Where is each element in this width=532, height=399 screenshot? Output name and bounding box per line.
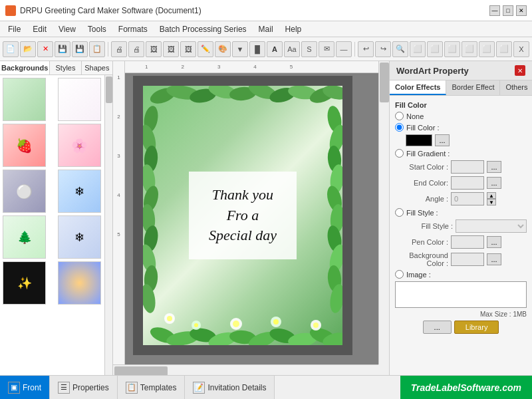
toolbar-img2[interactable]: 🖼 [163, 41, 179, 57]
toolbar-zoom[interactable]: 🔍 [392, 41, 408, 57]
status-properties-btn[interactable]: ☰ Properties [50, 376, 118, 399]
close-window-button[interactable]: ✕ [516, 5, 527, 16]
canvas-area[interactable]: 1 2 3 4 5 1 2 3 4 5 [113, 61, 389, 375]
toolbar-save2[interactable]: 💾 [72, 41, 88, 57]
background-thumb-2[interactable] [58, 78, 101, 121]
tab-styles[interactable]: Styles [50, 61, 81, 74]
toolbar-line[interactable]: — [336, 41, 352, 57]
left-scroll-thumb[interactable] [106, 76, 112, 103]
toolbar-r3[interactable]: ⬜ [444, 41, 460, 57]
toolbar-r5[interactable]: ⬜ [479, 41, 495, 57]
right-panel-title: WordArt Property [396, 66, 469, 76]
end-color-input[interactable] [451, 176, 484, 190]
toolbar-save3[interactable]: 📋 [89, 41, 105, 57]
canvas-scroll-corner [378, 364, 389, 375]
end-color-picker-btn[interactable]: ... [487, 177, 501, 189]
toolbar-print[interactable]: 🖨 [111, 41, 127, 57]
menu-edit[interactable]: Edit [27, 23, 52, 35]
background-thumb-4[interactable]: 🌸 [58, 124, 101, 167]
toolbar-new[interactable]: 📄 [3, 41, 19, 57]
fill-color-picker-btn[interactable]: ... [435, 134, 450, 146]
angle-input[interactable] [451, 192, 484, 205]
menu-view[interactable]: View [53, 23, 81, 35]
menu-mail[interactable]: Mail [253, 23, 279, 35]
library-btn[interactable]: Library [454, 321, 499, 334]
angle-down-btn[interactable]: ▼ [487, 199, 496, 205]
tab-border-effect[interactable]: Border Effect [446, 80, 500, 95]
pen-color-picker-btn[interactable]: ... [487, 236, 501, 248]
fill-color-box[interactable] [406, 134, 432, 146]
menu-file[interactable]: File [3, 23, 26, 35]
start-color-picker-btn[interactable]: ... [487, 161, 501, 173]
toolbar-text[interactable]: A [267, 41, 283, 57]
radio-fill-style[interactable] [395, 208, 404, 217]
toolbar-r7[interactable]: X [513, 41, 529, 57]
radio-none[interactable] [395, 112, 404, 120]
toolbar-img1[interactable]: 🖼 [146, 41, 162, 57]
canvas-scroll-thumb-v[interactable] [380, 63, 389, 102]
pen-color-input[interactable] [451, 235, 484, 249]
background-thumb-1[interactable] [3, 78, 46, 121]
menu-batch[interactable]: Batch Processing Series [154, 23, 252, 35]
canvas-scroll-vertical[interactable] [378, 61, 389, 364]
canvas-scroll-horizontal[interactable] [113, 364, 378, 375]
invitation-icon: 📝 [193, 382, 205, 394]
start-color-input[interactable] [451, 160, 484, 174]
toolbar-paint[interactable]: 🎨 [215, 41, 231, 57]
status-invitation-btn[interactable]: 📝 Invitation Details [185, 376, 275, 399]
menu-formats[interactable]: Formats [113, 23, 153, 35]
toolbar-barcode[interactable]: ▐▌ [249, 41, 265, 57]
background-thumb-3[interactable]: 🍓 [3, 124, 46, 167]
maximize-button[interactable]: □ [503, 5, 513, 16]
app-icon [5, 5, 16, 16]
background-thumb-6[interactable]: ❄ [58, 170, 101, 213]
angle-up-btn[interactable]: ▲ [487, 192, 496, 199]
toolbar-mail[interactable]: ✉ [319, 41, 334, 57]
toolbar-arrow[interactable]: ▼ [232, 41, 248, 57]
status-templates-btn[interactable]: 📋 Templates [118, 376, 186, 399]
menu-help[interactable]: Help [280, 23, 307, 35]
radio-fill-color[interactable] [395, 123, 404, 132]
bg-color-picker-btn[interactable]: ... [487, 253, 501, 265]
right-panel-header: WordArt Property ✕ [390, 61, 532, 80]
image-dots-btn[interactable]: ... [423, 321, 452, 334]
tab-backgrounds[interactable]: Backgrounds [0, 61, 50, 74]
toolbar-pen[interactable]: ✏️ [198, 41, 213, 57]
toolbar-r2[interactable]: ⬜ [427, 41, 443, 57]
radio-image-row: Image : [395, 270, 527, 279]
tab-shapes[interactable]: Shapes [82, 61, 112, 74]
fill-style-select[interactable] [456, 219, 527, 233]
bg-color-input[interactable] [451, 253, 484, 266]
radio-image[interactable] [395, 270, 404, 279]
image-preview-area [395, 281, 527, 308]
background-thumb-5[interactable]: ⚪ [3, 170, 46, 213]
radio-fill-style-label: Fill Style : [406, 209, 438, 217]
background-thumb-10[interactable] [58, 261, 101, 305]
bg-color-row: Background Color : ... [395, 251, 527, 267]
title-bar-controls[interactable]: — □ ✕ [489, 5, 527, 16]
status-front-btn[interactable]: ▣ Front [0, 376, 50, 399]
toolbar-back[interactable]: ↩ [358, 41, 374, 57]
toolbar-print2[interactable]: 🖨 [128, 41, 144, 57]
background-thumb-7[interactable]: 🌲 [3, 215, 46, 259]
toolbar-open[interactable]: 📂 [20, 41, 36, 57]
tab-others[interactable]: Others [500, 80, 532, 95]
radio-fill-gradient[interactable] [395, 149, 404, 158]
toolbar-r4[interactable]: ⬜ [462, 41, 477, 57]
toolbar-s1[interactable]: S [301, 41, 317, 57]
background-thumb-9[interactable]: ✨ [3, 261, 46, 305]
left-scroll-bar[interactable] [104, 75, 112, 375]
menu-tools[interactable]: Tools [82, 23, 112, 35]
toolbar-r1[interactable]: ⬜ [410, 41, 426, 57]
minimize-button[interactable]: — [489, 5, 500, 16]
canvas-scroll-thumb-h[interactable] [114, 366, 168, 375]
toolbar-forward[interactable]: ↪ [375, 41, 391, 57]
toolbar-close-x[interactable]: ✕ [37, 41, 53, 57]
right-panel-close[interactable]: ✕ [515, 65, 525, 76]
tab-color-effects[interactable]: Color Effects [390, 80, 446, 95]
background-thumb-8[interactable]: ❄ [58, 215, 101, 259]
toolbar-img3[interactable]: 🖼 [180, 41, 196, 57]
toolbar-r6[interactable]: ⬜ [496, 41, 512, 57]
toolbar-save[interactable]: 💾 [55, 41, 70, 57]
toolbar-text2[interactable]: Aa [284, 41, 300, 57]
